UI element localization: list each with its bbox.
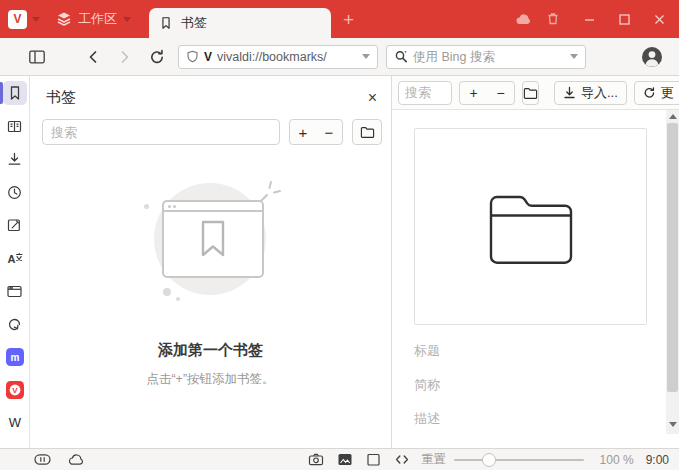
folder-icon — [523, 86, 538, 100]
zoom-slider-track[interactable] — [454, 459, 584, 461]
search-field[interactable] — [386, 45, 586, 69]
large-folder-icon — [485, 189, 577, 265]
page-add-bookmark-button[interactable]: + — [460, 82, 487, 104]
title-field[interactable] — [414, 338, 639, 362]
rail-bookmarks-button[interactable] — [3, 81, 27, 105]
panel-search-input[interactable] — [42, 119, 280, 145]
tab-title: 书签 — [181, 14, 207, 32]
maximize-button[interactable] — [619, 14, 630, 25]
rail-sessions-button[interactable] — [3, 312, 27, 336]
chevron-down-icon — [123, 17, 131, 22]
bookmark-ribbon-icon — [200, 220, 226, 258]
close-button[interactable] — [654, 14, 665, 25]
graphic-titlebar — [164, 202, 262, 212]
address-toolbar: V vivaldi://bookmarks/ — [0, 38, 679, 76]
update-thumbnail-button[interactable]: 更 — [634, 81, 679, 105]
illustration-dot — [176, 297, 180, 301]
workspace-layers-icon — [56, 11, 72, 27]
zoom-slider-knob[interactable] — [482, 453, 496, 467]
page-remove-bookmark-button[interactable]: − — [487, 82, 514, 104]
sidebar-toggle-icon[interactable] — [28, 48, 46, 66]
empty-state-hint: 点击“+”按钮添加书签。 — [30, 371, 391, 388]
window-controls — [584, 14, 665, 25]
download-icon — [6, 151, 23, 168]
profile-avatar[interactable] — [641, 46, 663, 68]
bookmark-icon — [7, 85, 23, 101]
chevron-down-icon[interactable] — [362, 54, 370, 59]
rail-downloads-button[interactable] — [3, 147, 27, 171]
minimize-button[interactable] — [584, 14, 595, 25]
capture-camera-icon[interactable] — [308, 452, 324, 467]
back-button[interactable] — [84, 48, 102, 66]
page-actions-image-icon[interactable] — [337, 452, 353, 467]
scrollbar-thumb[interactable] — [667, 123, 678, 392]
scroll-down-arrow[interactable] — [669, 422, 677, 427]
chevron-down-icon[interactable] — [570, 54, 578, 59]
window-icon — [6, 283, 23, 300]
url-text: vivaldi://bookmarks/ — [217, 50, 357, 64]
titlebar: V 工作区 书签 + — [0, 0, 679, 38]
page-new-folder-button[interactable] — [522, 81, 539, 105]
wikipedia-icon: W — [6, 414, 24, 432]
clock-icon — [6, 184, 23, 201]
import-button[interactable]: 导入... — [554, 81, 627, 105]
bookmark-detail-form — [414, 338, 653, 430]
bookmarks-panel: 书签 × + − — [30, 76, 392, 448]
loop-arrow-icon — [6, 316, 23, 333]
zoom-slider[interactable] — [454, 453, 584, 467]
panel-toggle-button[interactable] — [34, 452, 51, 467]
empty-state-title: 添加第一个书签 — [30, 341, 391, 360]
notes-icon — [6, 217, 23, 234]
panel-close-button[interactable]: × — [368, 90, 377, 106]
new-tab-button[interactable]: + — [343, 10, 354, 29]
panel-toolbar: + − — [30, 109, 391, 145]
import-label: 导入... — [581, 84, 618, 102]
tab-bookmarks[interactable]: 书签 — [149, 8, 331, 38]
import-arrow-icon — [563, 86, 576, 99]
rail-wikipedia-button[interactable]: W — [3, 411, 27, 435]
browser-window: V 工作区 书签 + — [0, 0, 679, 470]
address-field[interactable]: V vivaldi://bookmarks/ — [178, 45, 378, 69]
rail-reading-list-button[interactable] — [3, 114, 27, 138]
sync-status-cloud-icon[interactable] — [67, 452, 85, 467]
rail-mastodon-button[interactable]: m — [3, 345, 27, 369]
rail-history-button[interactable] — [3, 180, 27, 204]
illustration-dot — [163, 288, 171, 296]
empty-state-illustration — [91, 183, 331, 313]
reload-button[interactable] — [148, 48, 166, 66]
rail-windows-button[interactable] — [3, 279, 27, 303]
forward-button[interactable] — [116, 48, 134, 66]
description-field[interactable] — [414, 406, 639, 430]
clock: 9:00 — [646, 453, 669, 467]
tiling-icon[interactable] — [366, 452, 381, 467]
statusbar: 重置 100 % 9:00 — [0, 448, 679, 470]
add-remove-group: + − — [289, 119, 343, 145]
page-content — [392, 110, 679, 448]
search-engine-icon — [394, 49, 409, 64]
panel-title: 书签 — [46, 88, 76, 107]
update-label: 更 — [661, 84, 674, 102]
panel-rail: A m V W — [0, 76, 30, 448]
remove-bookmark-button[interactable]: − — [316, 120, 342, 144]
search-input[interactable] — [413, 50, 566, 64]
rail-translate-button[interactable]: A — [3, 246, 27, 270]
zoom-level: 100 % — [592, 453, 634, 467]
workspace-button[interactable]: 工作区 — [56, 10, 131, 28]
page-scrollbar[interactable] — [666, 110, 679, 434]
nickname-field[interactable] — [414, 372, 639, 396]
refresh-icon — [643, 86, 656, 99]
page-search-input[interactable] — [398, 81, 452, 105]
rail-notes-button[interactable] — [3, 213, 27, 237]
translate-icon: A — [6, 250, 23, 267]
vivaldi-menu-button[interactable]: V — [8, 10, 40, 29]
page-toolbar: + − 导入... 更 — [392, 76, 679, 110]
trash-icon[interactable] — [545, 11, 561, 27]
zoom-reset-button[interactable]: 重置 — [422, 451, 446, 468]
scroll-up-arrow[interactable] — [669, 114, 677, 119]
sync-cloud-icon[interactable] — [514, 11, 532, 27]
new-folder-button[interactable] — [352, 119, 382, 145]
code-icon[interactable] — [394, 452, 410, 467]
rail-vivaldi-button[interactable]: V — [3, 378, 27, 402]
add-bookmark-button[interactable]: + — [290, 120, 316, 144]
vivaldi-logo-icon: V — [8, 10, 27, 29]
